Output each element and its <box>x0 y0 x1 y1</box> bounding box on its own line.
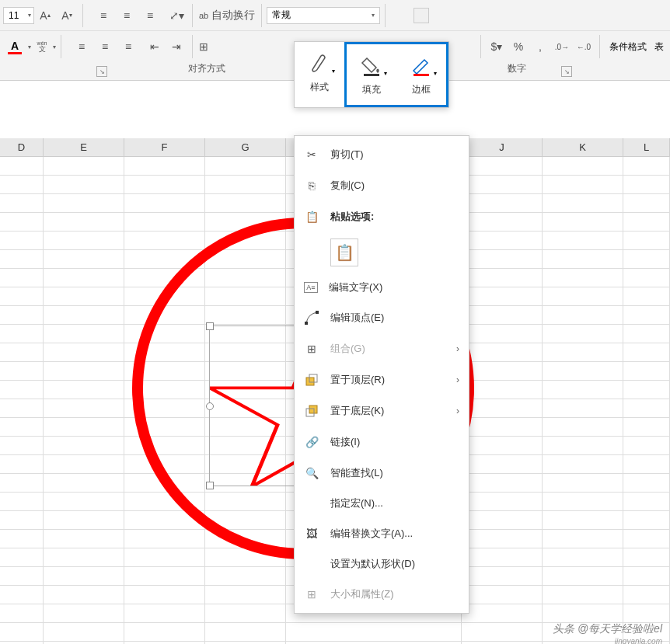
grid-cell[interactable] <box>205 493 286 510</box>
col-header-e[interactable]: E <box>44 138 124 156</box>
grid-cell[interactable] <box>205 381 286 399</box>
menu-size-props[interactable]: ⊞ 大小和属性(Z) <box>295 579 469 610</box>
grid-cell[interactable] <box>623 306 670 324</box>
grid-cell[interactable] <box>623 586 670 604</box>
grid-cell[interactable] <box>0 604 44 622</box>
align-left-button[interactable]: ≡ <box>72 37 91 56</box>
grid-cell[interactable] <box>0 474 44 492</box>
grid-cell[interactable] <box>44 586 124 604</box>
grid-cell[interactable] <box>623 399 670 417</box>
font-size-input[interactable]: 11 ▾ <box>3 7 34 24</box>
increase-font-button[interactable]: A▴ <box>36 6 54 25</box>
grid-cell[interactable] <box>543 399 623 417</box>
grid-cell[interactable] <box>462 586 543 604</box>
grid-cell[interactable] <box>124 176 205 193</box>
grid-cell[interactable] <box>0 343 44 361</box>
grid-cell[interactable] <box>124 437 205 454</box>
grid-cell[interactable] <box>44 381 124 399</box>
grid-cell[interactable] <box>124 399 205 417</box>
grid-cell[interactable] <box>543 455 623 473</box>
decrease-decimal-button[interactable]: ←.0 <box>574 37 593 56</box>
grid-cell[interactable] <box>124 343 205 361</box>
grid-cell[interactable] <box>623 511 670 529</box>
grid-cell[interactable] <box>623 194 670 212</box>
grid-cell[interactable] <box>205 306 286 324</box>
grid-cell[interactable] <box>44 493 124 510</box>
grid-cell[interactable] <box>44 437 124 454</box>
grid-cell[interactable] <box>623 362 670 380</box>
grid-cell[interactable] <box>44 250 124 268</box>
grid-cell[interactable] <box>124 530 205 548</box>
grid-cell[interactable] <box>0 567 44 585</box>
menu-set-default[interactable]: 设置为默认形状(D) <box>295 549 469 579</box>
grid-cell[interactable] <box>124 604 205 622</box>
grid-cell[interactable] <box>462 437 543 454</box>
grid-cell[interactable] <box>0 381 44 399</box>
grid-cell[interactable] <box>124 381 205 399</box>
grid-cell[interactable] <box>205 437 286 454</box>
grid-cell[interactable] <box>462 567 543 585</box>
col-header-d[interactable]: D <box>0 138 44 156</box>
grid-cell[interactable] <box>205 176 286 193</box>
grid-cell[interactable] <box>205 287 286 305</box>
grid-cell[interactable] <box>543 157 623 175</box>
grid-cell[interactable] <box>623 474 670 492</box>
grid-cell[interactable] <box>0 493 44 510</box>
grid-cell[interactable] <box>205 343 286 361</box>
grid-cell[interactable] <box>543 437 623 454</box>
grid-cell[interactable] <box>44 157 124 175</box>
grid-cell[interactable] <box>462 213 543 231</box>
grid-cell[interactable] <box>205 548 286 566</box>
grid-cell[interactable] <box>124 306 205 324</box>
grid-cell[interactable] <box>0 231 44 249</box>
orientation-button[interactable]: ⤢▾ <box>167 6 186 25</box>
grid-cell[interactable] <box>124 586 205 604</box>
grid-cell[interactable] <box>623 455 670 473</box>
grid-cell[interactable] <box>205 530 286 548</box>
conditional-format-button[interactable] <box>414 8 429 23</box>
grid-cell[interactable] <box>124 325 205 343</box>
decrease-font-button[interactable]: A▾ <box>58 6 76 25</box>
grid-cell[interactable] <box>124 231 205 249</box>
grid-cell[interactable] <box>623 325 670 343</box>
grid-cell[interactable] <box>124 269 205 287</box>
grid-cell[interactable] <box>205 418 286 436</box>
percent-button[interactable]: % <box>509 37 528 56</box>
grid-cell[interactable] <box>44 474 124 492</box>
grid-cell[interactable] <box>124 623 205 641</box>
grid-cell[interactable] <box>44 362 124 380</box>
border-button[interactable]: ▾ 边框 <box>396 44 446 105</box>
grid-cell[interactable] <box>124 567 205 585</box>
grid-cell[interactable] <box>543 343 623 361</box>
grid-cell[interactable] <box>124 511 205 529</box>
number-dialog-launcher[interactable]: ↘ <box>561 66 572 77</box>
grid-cell[interactable] <box>44 567 124 585</box>
grid-cell[interactable] <box>462 455 543 473</box>
grid-cell[interactable] <box>462 474 543 492</box>
phonetic-button[interactable]: wén 文 <box>33 37 51 56</box>
grid-cell[interactable] <box>44 511 124 529</box>
increase-indent-button[interactable]: ⇥ <box>167 37 186 56</box>
grid-cell[interactable] <box>543 381 623 399</box>
grid-cell[interactable] <box>0 437 44 454</box>
grid-cell[interactable] <box>623 269 670 287</box>
grid-cell[interactable] <box>124 194 205 212</box>
grid-cell[interactable] <box>543 548 623 566</box>
font-color-button[interactable]: A <box>3 37 26 56</box>
grid-cell[interactable] <box>462 604 543 622</box>
grid-cell[interactable] <box>0 511 44 529</box>
grid-cell[interactable] <box>543 325 623 343</box>
grid-cell[interactable] <box>543 269 623 287</box>
grid-cell[interactable] <box>543 493 623 510</box>
grid-cell[interactable] <box>623 287 670 305</box>
grid-cell[interactable] <box>462 287 543 305</box>
style-button[interactable]: ▾ 样式 <box>295 42 344 103</box>
grid-cell[interactable] <box>0 325 44 343</box>
grid-cell[interactable] <box>205 511 286 529</box>
menu-alt-text[interactable]: 🖼 编辑替换文字(A)... <box>295 518 469 549</box>
grid-cell[interactable] <box>543 530 623 548</box>
grid-cell[interactable] <box>462 362 543 380</box>
grid-cell[interactable] <box>623 567 670 585</box>
grid-cell[interactable] <box>462 194 543 212</box>
grid-cell[interactable] <box>0 306 44 324</box>
